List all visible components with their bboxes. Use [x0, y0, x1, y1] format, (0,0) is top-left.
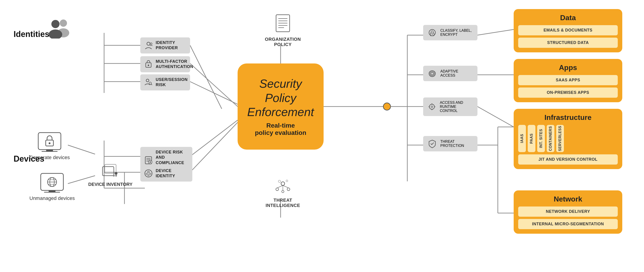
svg-point-69: [148, 175, 149, 176]
svg-point-72: [115, 172, 118, 175]
center-title: SecurityPolicyEnforcement: [247, 77, 314, 119]
unmanaged-device-label: Unmanaged devices: [30, 195, 75, 201]
adaptive-access-text: ADAPTIVEACCESS: [440, 69, 458, 78]
svg-point-86: [286, 180, 288, 182]
access-runtime-icon: [428, 102, 436, 111]
iaas-item: IaaS: [518, 125, 526, 152]
on-premises-apps-item: ON-PREMISES APPS: [518, 87, 618, 98]
svg-line-30: [478, 106, 514, 127]
device-inventory-icon: [101, 163, 120, 179]
svg-line-4: [190, 45, 222, 109]
svg-line-12: [68, 145, 95, 154]
classify-label-encrypt-box: CLASSIFY, LABEL,ENCRYPT: [423, 25, 478, 40]
adaptive-access-icon: [428, 69, 437, 78]
svg-point-37: [51, 20, 60, 28]
svg-point-94: [431, 106, 433, 108]
svg-point-81: [281, 182, 285, 185]
threat-intel-icon: [272, 177, 294, 195]
paas-item: PaaS: [528, 125, 536, 152]
structured-data-item: STRUCTURED DATA: [518, 38, 618, 48]
identities-label: Identities: [14, 30, 49, 39]
identity-provider-icon: [144, 41, 153, 50]
center-box: SecurityPolicyEnforcement Real-timepolic…: [238, 63, 324, 150]
svg-point-73: [115, 175, 117, 177]
svg-line-10: [190, 120, 238, 156]
device-identity-icon: [144, 169, 153, 178]
network-delivery-item: NETWORK DELIVERY: [518, 206, 618, 217]
svg-point-74: [113, 175, 115, 177]
device-risk-icon: [144, 156, 153, 165]
classify-text: CLASSIFY, LABEL,ENCRYPT: [440, 29, 472, 37]
unmanaged-device-icon: [40, 172, 64, 193]
infra-vertical-items: IaaS PaaS Int. Sites Containers Serverle…: [518, 125, 618, 152]
emails-documents-item: EMAILS & DOCUMENTS: [518, 25, 618, 35]
mfa-icon: [144, 60, 153, 69]
center-subtitle: Real-timepolicy evaluation: [255, 122, 306, 137]
svg-point-40: [150, 43, 152, 45]
classify-icon: [428, 28, 437, 37]
access-runtime-control-box: ACCESS ANDRUNTIME CONTROL: [423, 97, 478, 116]
mfa-text: MULTI-FACTORAUTHENTICATION: [156, 59, 193, 70]
svg-line-5: [190, 63, 238, 106]
threat-intel-text: THREAT INTELLIGENCE: [260, 198, 306, 208]
device-inventory: DEVICE INVENTORY: [88, 163, 132, 187]
threat-intelligence: THREAT INTELLIGENCE: [260, 177, 306, 208]
identity-provider-text: IDENTITYPROVIDER: [156, 40, 178, 51]
unmanaged-device: Unmanaged devices: [30, 172, 75, 201]
device-inventory-text: DEVICE INVENTORY: [88, 182, 132, 187]
infrastructure-category-box: Infrastructure IaaS PaaS Int. Sites Cont…: [514, 109, 622, 169]
svg-line-87: [277, 185, 283, 188]
identity-provider-box: IDENTITYPROVIDER: [140, 37, 190, 54]
int-sites-item: Int. Sites: [537, 125, 545, 152]
apps-category-box: Apps SaaS APPS ON-PREMISES APPS: [514, 59, 622, 102]
corporate-device-icon: [37, 131, 62, 152]
svg-point-39: [147, 42, 150, 45]
network-category-title: Network: [518, 195, 618, 203]
svg-point-85: [278, 180, 280, 183]
svg-point-35: [60, 20, 67, 27]
apps-category-title: Apps: [518, 63, 618, 72]
svg-rect-71: [105, 164, 116, 173]
containers-item: Containers: [547, 125, 554, 152]
svg-point-50: [49, 142, 50, 144]
infrastructure-category-title: Infrastructure: [518, 113, 618, 122]
svg-line-88: [283, 185, 288, 188]
mfa-box: MULTI-FACTORAUTHENTICATION: [140, 56, 190, 72]
internal-micro-seg-item: INTERNAL MICRO-SEGMENTATION: [518, 219, 618, 229]
diagram-container: Identities IDENTITYPROVIDER MULTI-FACTOR…: [0, 0, 644, 272]
svg-line-45: [151, 84, 152, 85]
svg-line-6: [190, 82, 238, 104]
svg-point-83: [287, 188, 290, 191]
svg-point-92: [432, 34, 433, 35]
network-category-box: Network NETWORK DELIVERY INTERNAL MICRO-…: [514, 190, 622, 234]
threat-protection-box: THREATPROTECTION: [423, 136, 478, 152]
adaptive-access-box: ADAPTIVEACCESS: [423, 66, 478, 81]
svg-point-84: [282, 190, 284, 193]
threat-protection-text: THREATPROTECTION: [440, 140, 464, 148]
access-runtime-text: ACCESS ANDRUNTIME CONTROL: [440, 101, 473, 113]
org-policy-text: ORGANIZATION POLICY: [265, 37, 301, 47]
jit-version-control-item: JIT AND VERSION CONTROL: [518, 154, 618, 165]
user-session-risk-box: USER/SESSIONRISK: [140, 74, 190, 90]
svg-point-21: [383, 103, 390, 110]
corporate-device-label: Corporate devices: [30, 155, 70, 161]
svg-point-64: [150, 161, 151, 163]
svg-point-43: [146, 79, 149, 82]
org-policy-icon: [274, 14, 292, 34]
svg-rect-42: [148, 65, 149, 66]
svg-point-93: [430, 104, 435, 109]
device-identity-text: DEVICEIDENTITY: [156, 168, 175, 179]
corporate-device: Corporate devices: [30, 131, 70, 161]
svg-line-28: [478, 30, 514, 35]
threat-protection-icon: [428, 139, 437, 148]
data-category-box: Data EMAILS & DOCUMENTS STRUCTURED DATA: [514, 9, 622, 52]
user-session-risk-text: USER/SESSIONRISK: [156, 77, 188, 88]
data-category-title: Data: [518, 14, 618, 22]
device-identity-box: DEVICEIDENTITY: [140, 166, 192, 182]
identities-icon: [45, 18, 72, 39]
svg-rect-70: [102, 167, 114, 176]
svg-point-67: [150, 173, 151, 175]
svg-point-66: [148, 171, 149, 173]
serverless-item: Serverless: [556, 125, 564, 152]
user-session-risk-icon: [144, 78, 153, 87]
